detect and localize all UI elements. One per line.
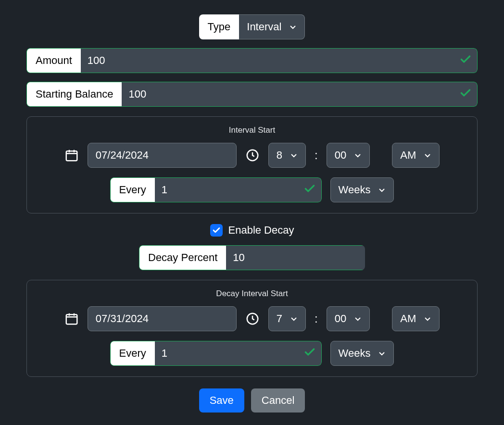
save-button[interactable]: Save: [199, 388, 244, 412]
decay-percent-field-wrap: [226, 245, 365, 270]
type-label: Type: [199, 14, 239, 39]
chevron-down-icon: [289, 23, 297, 31]
clock-icon: [245, 148, 260, 162]
interval-start-hour: 8: [277, 149, 282, 162]
cancel-button[interactable]: Cancel: [251, 388, 305, 412]
interval-start-minute: 00: [335, 149, 346, 162]
decay-interval-start-title: Decay Interval Start: [39, 289, 465, 299]
decay-interval-start-minute-select[interactable]: 00: [327, 306, 370, 331]
interval-unit-select[interactable]: Weeks: [330, 177, 394, 202]
type-value: Interval: [247, 21, 281, 33]
decay-interval-start-ampm: AM: [400, 312, 416, 325]
amount-label: Amount: [26, 48, 81, 73]
decay-percent-input[interactable]: [226, 245, 365, 270]
decay-every-label: Every: [110, 341, 155, 366]
svg-rect-2: [66, 314, 77, 324]
decay-percent-row: Decay Percent: [26, 245, 478, 270]
time-colon: :: [315, 149, 318, 162]
chevron-down-icon: [424, 151, 431, 159]
starting-balance-row: Starting Balance: [26, 82, 478, 107]
decay-interval-start-hour-select[interactable]: 7: [268, 306, 306, 331]
chevron-down-icon: [378, 186, 386, 194]
starting-balance-label: Starting Balance: [26, 82, 122, 107]
decay-interval-start-date-input[interactable]: [88, 306, 237, 331]
time-colon: :: [315, 312, 318, 325]
interval-start-ampm: AM: [400, 149, 416, 162]
starting-balance-group: Starting Balance: [26, 82, 478, 107]
interval-start-date-input[interactable]: [88, 143, 237, 168]
check-icon: [459, 53, 472, 68]
decay-interval-start-datetime: 7 : 00 AM: [39, 306, 465, 331]
amount-group: Amount: [26, 48, 478, 73]
chevron-down-icon: [378, 350, 386, 357]
interval-start-ampm-select[interactable]: AM: [392, 143, 440, 168]
type-select[interactable]: Interval: [239, 14, 305, 39]
enable-decay-label: Enable Decay: [228, 224, 294, 237]
interval-every-row: Every Weeks: [39, 177, 465, 202]
decay-unit: Weeks: [339, 347, 371, 360]
type-group: Type Interval: [199, 14, 305, 39]
button-row: Save Cancel: [26, 388, 478, 412]
interval-every-field-wrap: [155, 177, 322, 202]
interval-start-title: Interval Start: [39, 125, 465, 135]
starting-balance-input[interactable]: [122, 82, 478, 107]
interval-start-datetime: 8 : 00 AM: [39, 143, 465, 168]
chevron-down-icon: [424, 315, 431, 323]
enable-decay-row: Enable Decay: [26, 224, 478, 237]
interval-every-input[interactable]: [155, 177, 322, 202]
decay-every-row: Every Weeks: [39, 341, 465, 366]
svg-rect-0: [66, 151, 77, 161]
interval-start-panel: Interval Start 8 : 00 AM Every: [26, 116, 478, 213]
decay-every-input[interactable]: [155, 341, 322, 366]
decay-interval-start-ampm-select[interactable]: AM: [392, 306, 440, 331]
interval-start-minute-select[interactable]: 00: [327, 143, 370, 168]
decay-interval-start-hour: 7: [277, 312, 282, 325]
chevron-down-icon: [354, 315, 362, 323]
amount-field-wrap: [81, 48, 478, 73]
starting-balance-field-wrap: [122, 82, 478, 107]
check-icon: [303, 346, 316, 361]
check-icon: [303, 183, 316, 198]
interval-every-label: Every: [110, 177, 155, 202]
check-icon: [459, 87, 472, 102]
type-row: Type Interval: [26, 14, 478, 39]
clock-icon: [245, 312, 260, 326]
chevron-down-icon: [290, 151, 298, 159]
amount-input[interactable]: [81, 48, 478, 73]
decay-unit-select[interactable]: Weeks: [330, 341, 394, 366]
chevron-down-icon: [290, 315, 298, 323]
interval-unit: Weeks: [339, 184, 371, 196]
interval-every-group: Every: [110, 177, 322, 202]
decay-every-field-wrap: [155, 341, 322, 366]
calendar-icon: [64, 148, 79, 162]
decay-percent-label: Decay Percent: [139, 245, 226, 270]
chevron-down-icon: [354, 151, 362, 159]
enable-decay-checkbox[interactable]: [210, 224, 223, 237]
calendar-icon: [64, 312, 79, 326]
decay-every-group: Every: [110, 341, 322, 366]
decay-interval-start-panel: Decay Interval Start 7 : 00 AM Every: [26, 280, 478, 377]
interval-start-hour-select[interactable]: 8: [268, 143, 306, 168]
decay-percent-group: Decay Percent: [139, 245, 365, 270]
decay-interval-start-minute: 00: [335, 312, 346, 325]
amount-row: Amount: [26, 48, 478, 73]
